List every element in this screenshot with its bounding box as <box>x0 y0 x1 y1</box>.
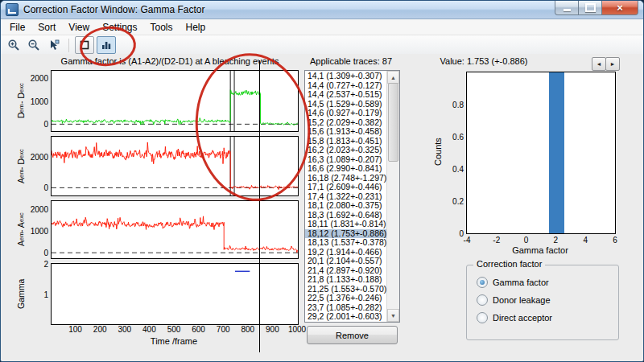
list-item[interactable]: 14,6 (0.927+-0.179) <box>305 109 387 118</box>
y-axis-label: Aem - Aexc <box>15 201 27 258</box>
toolbar-separator <box>68 39 69 52</box>
menu-tools[interactable]: Tools <box>144 20 180 35</box>
hist-x-tick-label: 0 <box>524 236 529 245</box>
y-axis-label: Dem - Dexc <box>15 71 27 131</box>
radio-label: Gamma factor <box>493 278 549 287</box>
menu-sort[interactable]: Sort <box>31 20 62 35</box>
list-item[interactable]: 18,13 (1.537+-0.378) <box>305 238 387 248</box>
hist-y-tick-label: 0.4 <box>452 165 464 174</box>
correction-factor-window: Correction Factor Window: Gamma Factor ×… <box>0 0 644 362</box>
list-item[interactable]: 14,1 (1.309+-0.307) <box>305 72 387 81</box>
radio-option-gamma-factor[interactable]: Gamma factor <box>477 277 549 288</box>
apply-correction-button[interactable] <box>97 36 116 54</box>
y-axis-label: Gamma <box>15 264 27 324</box>
hist-x-tick-label: 4 <box>583 236 588 245</box>
hist-y-tick-label: 0.6 <box>452 133 464 142</box>
radio-icon <box>477 312 488 323</box>
list-item[interactable]: 18,1 (2.080+-0.375) <box>305 201 387 211</box>
region-marker-icon <box>79 39 90 51</box>
radio-icon <box>477 294 488 306</box>
hist-y-tick-label: 0.2 <box>452 197 464 206</box>
x-tick-label: 100 <box>68 325 82 334</box>
maximize-button[interactable] <box>578 0 602 15</box>
radio-option-donor-leakage[interactable]: Donor leakage <box>477 294 551 306</box>
window-title: Correction Factor Window: Gamma Factor <box>23 4 204 15</box>
list-item[interactable]: 18,11 (1.831+-0.814) <box>305 220 387 229</box>
y-tick-label: 0 <box>43 120 48 129</box>
data-cursor-button[interactable] <box>45 37 63 53</box>
x-tick-label: 900 <box>266 325 279 334</box>
scroll-up-button[interactable]: ▲ <box>387 71 399 84</box>
traces-list: 14,1 (1.309+-0.307)14,4 (0.727+-0.127)14… <box>305 72 387 322</box>
y-axis-label: Aem - Dexc <box>15 137 27 195</box>
zoom-out-button[interactable] <box>25 37 43 53</box>
histogram-x-axis-label: Gamma factor <box>466 245 614 255</box>
minimize-icon <box>564 9 571 11</box>
list-item[interactable]: 29,2 (2.001+-0.603) <box>305 312 387 322</box>
radio-icon <box>477 277 488 288</box>
next-trace-button[interactable]: ► <box>605 57 620 71</box>
plot-dem-dexc: Dem - Dexc010002000 <box>51 70 299 132</box>
x-tick-label: 200 <box>93 325 107 334</box>
applicable-traces-label: Applicable traces: 87 <box>300 56 402 66</box>
list-item[interactable]: 20,1 (2.104+-0.557) <box>305 257 387 266</box>
x-tick-label: 400 <box>142 325 156 334</box>
hist-y-tick-label: 0.8 <box>452 101 464 109</box>
radio-option-direct-acceptor[interactable]: Direct acceptor <box>477 312 552 323</box>
y-tick-label: 0 <box>43 183 48 192</box>
radio-label: Donor leakage <box>493 295 551 305</box>
figure-area: Gamma factor is (A1-A2)/(D2-D1) at A ble… <box>1 54 643 361</box>
x-tick-label: 1000 <box>288 325 306 334</box>
list-item[interactable]: 22,5 (1.376+-0.246) <box>305 294 387 303</box>
radio-label: Direct acceptor <box>493 313 552 323</box>
traces-listbox[interactable]: 14,1 (1.309+-0.307)14,4 (0.727+-0.127)14… <box>304 70 400 323</box>
prev-trace-button[interactable]: ◄ <box>592 57 606 71</box>
hist-x-tick-label: 6 <box>613 236 617 245</box>
menu-view[interactable]: View <box>62 20 96 35</box>
window-icon <box>6 3 19 16</box>
close-icon: × <box>617 2 623 13</box>
histogram-axes: -4-2024600.20.40.60.8 <box>466 72 616 234</box>
title-bar[interactable]: Correction Factor Window: Gamma Factor × <box>1 1 643 19</box>
y-tick-label: 2 <box>43 260 48 269</box>
scroll-down-button[interactable]: ▼ <box>387 309 399 322</box>
y-tick-label: 2000 <box>31 204 48 213</box>
maximize-icon <box>585 3 596 12</box>
minimize-button[interactable] <box>555 0 579 15</box>
region-marker-button[interactable] <box>75 36 94 54</box>
correction-groupbox: Correction factor Gamma factorDonor leak… <box>466 265 619 340</box>
data-cursor-icon <box>47 39 60 51</box>
menu-bar: FileSortViewSettingsToolsHelp <box>1 19 643 35</box>
list-item[interactable]: 14,4 (2.537+-0.515) <box>305 90 387 100</box>
menu-settings[interactable]: Settings <box>96 20 143 35</box>
list-item[interactable]: 17,1 (2.609+-0.446) <box>305 183 387 192</box>
zoom-out-icon <box>27 39 40 51</box>
y-tick-label: 2000 <box>31 73 48 82</box>
plot-aem-dexc: Aem - Dexc02000 <box>51 136 299 196</box>
hist-y-tick-label: 0 <box>459 229 464 238</box>
hist-x-tick-label: -2 <box>493 236 500 245</box>
close-button[interactable]: × <box>601 0 638 15</box>
y-tick-label: 1000 <box>31 97 48 105</box>
x-tick-label: 600 <box>192 325 205 334</box>
menu-help[interactable]: Help <box>180 20 213 35</box>
remove-button[interactable]: Remove <box>307 326 398 344</box>
plot-aem-aexc: Aem - Aexc010002000 <box>51 200 299 259</box>
apply-correction-icon <box>101 39 112 51</box>
list-item[interactable]: 16,6 (2.990+-0.841) <box>305 164 387 174</box>
scrollbar-thumb[interactable] <box>388 83 398 162</box>
x-tick-label: 800 <box>241 325 254 334</box>
y-tick-label: 0 <box>43 249 48 257</box>
listbox-scrollbar[interactable]: ▲ ▼ <box>386 71 399 322</box>
zoom-in-button[interactable] <box>5 37 23 53</box>
gamma-formula-label: Gamma factor is (A1-A2)/(D2-D1) at A ble… <box>33 56 307 66</box>
window-controls: × <box>555 0 638 15</box>
zoom-in-icon <box>7 39 20 51</box>
list-item[interactable]: 21,8 (1.133+-0.188) <box>305 275 387 285</box>
list-item[interactable]: 15,6 (1.913+-0.458) <box>305 127 387 137</box>
x-tick-label: 500 <box>167 325 181 334</box>
x-tick-label: 300 <box>118 325 131 334</box>
x-tick-label: 700 <box>217 325 230 334</box>
menu-file[interactable]: File <box>3 20 31 35</box>
list-item[interactable]: 16,2 (2.023+-0.325) <box>305 146 387 155</box>
